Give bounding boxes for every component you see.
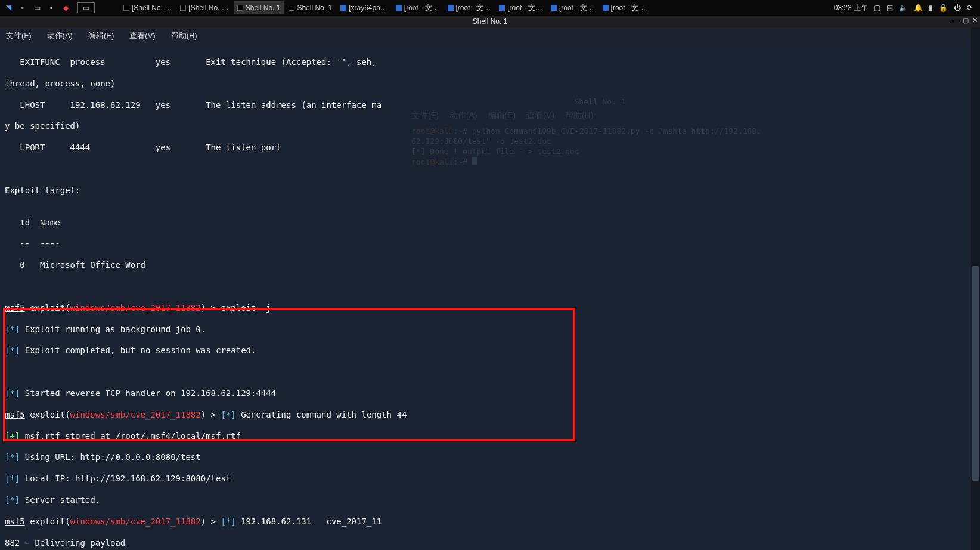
menu-file[interactable]: 文件(F) (4, 30, 34, 41)
task-label: [root - 文… (507, 3, 542, 13)
term-line: [+] msf.rtf stored at /root/.msf4/local/… (5, 431, 975, 442)
menu-help[interactable]: 帮助(H) (169, 30, 200, 41)
task-label: [Shell No. … (132, 4, 172, 12)
term-prompt: msf5 exploit(windows/smb/cve_2017_11882)… (5, 517, 975, 527)
taskbar-item[interactable]: [Shell No. … (176, 1, 232, 14)
terminal-launcher-icon[interactable]: ▪ (45, 2, 57, 14)
term-prompt: msf5 exploit(windows/smb/cve_2017_11882)… (5, 303, 975, 314)
folder-icon (448, 5, 454, 11)
window-title: Shell No. 1 (473, 17, 508, 26)
folder-icon (340, 5, 346, 11)
folder-icon[interactable]: ▭ (31, 2, 43, 14)
term-line: -- ---- (5, 239, 975, 249)
terminal-icon (123, 5, 129, 11)
taskbar-item[interactable]: Shell No. 1 (285, 1, 336, 14)
file-manager-icon[interactable]: ▫ (17, 2, 29, 14)
display-icon[interactable]: ▢ (874, 4, 880, 12)
taskbar-item[interactable]: [xray64pa… (337, 1, 391, 14)
launcher-icons: ◥ ▫ ▭ ▪ ◆ ▭ (2, 2, 95, 14)
system-tray: 03:28 上午 ▢ ▤ 🔈 🔔 ▮ 🔒 ⏻ ⟳ (834, 3, 978, 13)
taskbar-item[interactable]: [root - 文… (392, 1, 443, 14)
taskbar-item[interactable]: Shell No. 1 (234, 1, 284, 14)
term-line: [*] Exploit running as background job 0. (5, 325, 975, 335)
term-line: 0 Microsoft Office Word (5, 260, 975, 271)
term-line: [*] Server started. (5, 495, 975, 506)
power-icon[interactable]: ⏻ (954, 4, 961, 12)
term-line: Exploit target: (5, 186, 975, 196)
keyboard-icon[interactable]: ▤ (886, 4, 893, 12)
folder-icon (499, 5, 505, 11)
term-line: [*] Using URL: http://0.0.0.0:8080/test (5, 452, 975, 463)
system-topbar: ◥ ▫ ▭ ▪ ◆ ▭ [Shell No. … [Shell No. … Sh… (0, 0, 980, 16)
notification-icon[interactable]: 🔔 (914, 4, 923, 12)
lock-icon[interactable]: 🔒 (939, 4, 948, 12)
clock[interactable]: 03:28 上午 (834, 3, 868, 13)
terminal-icon (180, 5, 186, 11)
term-line: y be specified) (5, 121, 975, 132)
task-label: [root - 文… (404, 3, 439, 13)
scrollbar[interactable] (971, 27, 980, 550)
term-prompt: msf5 exploit(windows/smb/cve_2017_11882)… (5, 410, 975, 421)
term-line: EXITFUNC process yes Exit technique (Acc… (5, 57, 975, 68)
maximize-icon[interactable]: ▢ (963, 17, 969, 24)
task-label: [root - 文… (456, 3, 491, 13)
refresh-icon[interactable]: ⟳ (967, 4, 973, 12)
workspace-switcher[interactable]: ▭ (77, 2, 95, 13)
taskbar-item[interactable]: [root - 文… (444, 1, 495, 14)
close-icon[interactable]: ✕ (972, 17, 978, 24)
term-line: [*] Local IP: http://192.168.62.129:8080… (5, 474, 975, 484)
task-label: [Shell No. … (188, 4, 228, 12)
scrollbar-thumb[interactable] (972, 266, 979, 481)
taskbar-item[interactable]: [root - 文… (599, 1, 650, 14)
term-line: 882 - Delivering payload (5, 538, 975, 549)
window-controls: — ▢ ✕ (953, 17, 978, 24)
taskbar-item[interactable]: [root - 文… (547, 1, 598, 14)
menu-view[interactable]: 查看(V) (127, 30, 157, 41)
term-line: [*] Started reverse TCP handler on 192.1… (5, 388, 975, 399)
window-titlebar: Shell No. 1 — ▢ ✕ (0, 16, 980, 27)
task-label: Shell No. 1 (297, 4, 332, 12)
folder-icon (603, 5, 609, 11)
folder-icon (396, 5, 402, 11)
term-line (5, 367, 975, 378)
terminal-icon (289, 5, 294, 11)
term-line: Id Name (5, 218, 975, 228)
terminal-icon (237, 5, 243, 11)
term-line: thread, process, none) (5, 79, 975, 89)
taskbar-item[interactable]: [Shell No. … (120, 1, 175, 14)
taskbar-item[interactable]: [root - 文… (495, 1, 546, 14)
folder-icon (551, 5, 557, 11)
minimize-icon[interactable]: — (953, 17, 959, 24)
terminal-output[interactable]: EXITFUNC process yes Exit technique (Acc… (0, 44, 980, 550)
task-label: [root - 文… (559, 3, 594, 13)
term-line: [*] Exploit completed, but no session wa… (5, 345, 975, 356)
task-label: Shell No. 1 (246, 4, 281, 12)
menu-edit[interactable]: 编辑(E) (86, 30, 116, 41)
volume-icon[interactable]: 🔈 (899, 4, 908, 12)
task-label: [root - 文… (611, 3, 646, 13)
taskbar: [Shell No. … [Shell No. … Shell No. 1 Sh… (120, 1, 833, 14)
app-icon[interactable]: ◆ (60, 2, 72, 14)
menu-action[interactable]: 动作(A) (45, 30, 75, 41)
menubar: 文件(F) 动作(A) 编辑(E) 查看(V) 帮助(H) (0, 27, 980, 44)
kali-menu-icon[interactable]: ◥ (2, 2, 14, 14)
term-line: LPORT 4444 yes The listen port (5, 143, 975, 153)
term-line: LHOST 192.168.62.129 yes The listen addr… (5, 100, 975, 111)
task-label: [xray64pa… (349, 4, 387, 12)
battery-icon[interactable]: ▮ (929, 4, 933, 12)
